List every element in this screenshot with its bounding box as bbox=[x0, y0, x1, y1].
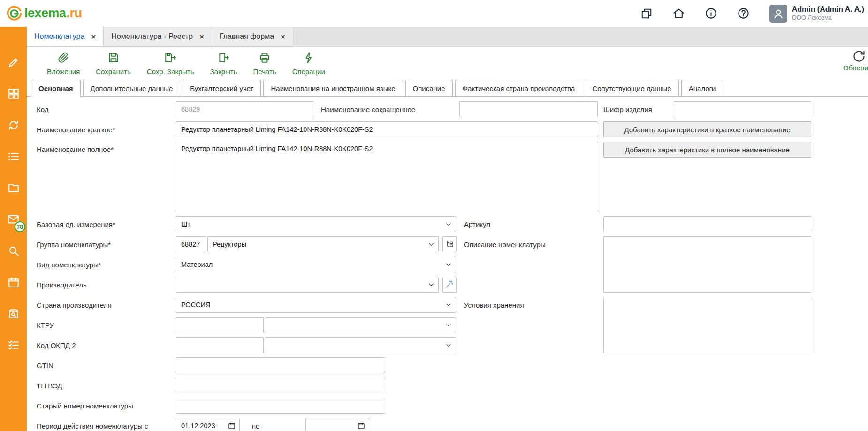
sync-icon[interactable] bbox=[0, 109, 27, 141]
period-to-date-input[interactable] bbox=[305, 418, 369, 431]
top-bar: lexema .ru bbox=[0, 0, 868, 27]
okpd2-code-input[interactable] bbox=[176, 337, 264, 353]
subtab-inostranye-naimenovaniya[interactable]: Наименования на иностранном языке bbox=[263, 80, 403, 97]
left-sidebar: 78 bbox=[0, 27, 27, 431]
base-unit-select[interactable]: Шт bbox=[176, 216, 456, 232]
kind-select[interactable]: Материал bbox=[176, 257, 456, 272]
kind-value: Материал bbox=[181, 261, 213, 268]
article-label: Артикул bbox=[464, 216, 490, 232]
tab-glavnaya-forma[interactable]: Главная форма × bbox=[212, 27, 293, 46]
user-org: ООО Лексема bbox=[792, 14, 864, 22]
attachments-button[interactable]: Вложения bbox=[39, 52, 88, 76]
form-subtabs: Основная Дополнительные данные Бухгалтер… bbox=[27, 80, 868, 97]
mail-icon[interactable]: 78 bbox=[0, 204, 27, 235]
country-select[interactable]: РОССИЯ bbox=[176, 297, 456, 313]
subtab-fakticheskaya-strana[interactable]: Фактическая страна производства bbox=[455, 80, 583, 97]
close-button[interactable]: Закрыть bbox=[202, 52, 245, 76]
full-name-textarea[interactable]: Редуктор планетарный Liming FA142-10N-R8… bbox=[176, 142, 598, 212]
save-close-label: Сохр. Закрыть bbox=[147, 68, 194, 76]
close-icon[interactable]: × bbox=[199, 33, 204, 41]
print-button[interactable]: Печать bbox=[245, 52, 284, 76]
period-from-label: Период действия номенклатуры с bbox=[37, 422, 176, 430]
nomenclature-form: Код Наименование краткое* Наименование п… bbox=[27, 97, 868, 427]
period-from-value: 01.12.2023 bbox=[181, 422, 215, 430]
subtab-osnovnaya[interactable]: Основная bbox=[31, 80, 81, 97]
close-label: Закрыть bbox=[210, 68, 237, 76]
short-alt-name-input[interactable] bbox=[459, 101, 598, 117]
group-code-input[interactable] bbox=[176, 236, 206, 252]
operations-button[interactable]: Операции bbox=[284, 52, 333, 76]
group-tree-button[interactable] bbox=[442, 236, 457, 252]
magic-wand-icon bbox=[445, 280, 454, 290]
user-menu[interactable]: Admin (Admin A. A.) ООО Лексема bbox=[769, 5, 864, 23]
close-icon[interactable]: × bbox=[91, 33, 96, 41]
save-close-button[interactable]: Сохр. Закрыть bbox=[139, 52, 202, 76]
subtab-soputstvuyushchie-dannye[interactable]: Сопутствующие данные bbox=[585, 80, 678, 97]
subtab-buhgalterskiy-uchet[interactable]: Бухгалтерский учет bbox=[183, 80, 261, 97]
calendar-icon bbox=[358, 422, 365, 430]
storage-label: Условия хранения bbox=[464, 297, 524, 313]
document-tabs: Номенклатура × Номенклатура - Реестр × Г… bbox=[27, 27, 868, 47]
cipher-input[interactable] bbox=[673, 101, 811, 117]
country-value: РОССИЯ bbox=[181, 301, 210, 309]
help-icon[interactable] bbox=[737, 7, 750, 20]
tab-label: Номенклатура bbox=[34, 32, 84, 41]
edit-icon[interactable] bbox=[0, 46, 27, 78]
operations-label: Операции bbox=[292, 68, 325, 76]
folder-icon[interactable] bbox=[0, 172, 27, 204]
group-value: Редукторы bbox=[213, 241, 246, 248]
period-to-label: по bbox=[252, 418, 305, 431]
manufacturer-wizard-button[interactable] bbox=[442, 277, 457, 293]
article-input[interactable] bbox=[603, 216, 811, 232]
code-input[interactable] bbox=[176, 101, 314, 117]
list-icon[interactable] bbox=[0, 141, 27, 172]
subtab-analogi[interactable]: Аналоги bbox=[681, 80, 723, 97]
form-row: Старый номер номенклатуры bbox=[37, 398, 868, 414]
app-window: lexema .ru bbox=[0, 0, 868, 431]
calendar-icon[interactable] bbox=[0, 266, 27, 298]
okpd2-select[interactable] bbox=[265, 337, 456, 353]
storage-textarea[interactable] bbox=[603, 297, 811, 353]
subtab-opisanie[interactable]: Описание bbox=[405, 80, 453, 97]
windows-icon[interactable] bbox=[640, 8, 653, 20]
lexema-logo[interactable]: lexema .ru bbox=[7, 6, 82, 22]
save-button[interactable]: Сохранить bbox=[88, 52, 139, 76]
chevron-down-icon bbox=[445, 261, 452, 268]
add-characteristics-full-button[interactable]: Добавить характеристики в полное наимено… bbox=[603, 142, 811, 158]
search-icon[interactable] bbox=[0, 235, 27, 266]
add-characteristics-short-button[interactable]: Добавить характеристики в краткое наимен… bbox=[603, 121, 811, 137]
logo-text: lexema bbox=[24, 6, 66, 21]
refresh-icon bbox=[853, 50, 866, 63]
save-label: Сохранить bbox=[96, 68, 131, 76]
manufacturer-select[interactable] bbox=[176, 277, 439, 293]
code-label: Код bbox=[37, 106, 176, 113]
close-icon[interactable]: × bbox=[281, 33, 285, 41]
tab-nomenklatura-reestr[interactable]: Номенклатура - Реестр × bbox=[104, 27, 212, 46]
info-icon[interactable] bbox=[705, 7, 717, 20]
gtin-input[interactable] bbox=[176, 357, 385, 373]
floppy-icon bbox=[107, 52, 120, 66]
subtab-dopolnitelnye-dannye[interactable]: Дополнительные данные bbox=[83, 80, 181, 97]
lightning-icon bbox=[303, 52, 315, 66]
modules-icon[interactable] bbox=[0, 78, 27, 109]
tab-nomenklatura[interactable]: Номенклатура × bbox=[27, 27, 104, 46]
short-name-label: Наименование краткое* bbox=[37, 126, 176, 134]
description-textarea[interactable] bbox=[603, 236, 811, 293]
full-name-label: Наименование полное* bbox=[37, 142, 176, 153]
base-unit-value: Шт bbox=[181, 220, 190, 228]
ktru-code-input[interactable] bbox=[176, 317, 264, 333]
home-icon[interactable] bbox=[672, 7, 685, 20]
group-select[interactable]: Редукторы bbox=[207, 236, 439, 252]
form-row: GTIN bbox=[37, 357, 868, 373]
tasks-icon[interactable] bbox=[0, 329, 27, 361]
audit-icon[interactable] bbox=[0, 298, 27, 329]
period-from-date-input[interactable]: 01.12.2023 bbox=[176, 418, 240, 431]
old-number-input[interactable] bbox=[176, 398, 385, 414]
tab-label: Номенклатура - Реестр bbox=[111, 32, 193, 41]
tnved-input[interactable] bbox=[176, 378, 385, 393]
group-label: Группа номенклатуры* bbox=[37, 241, 176, 249]
form-row: Период действия номенклатуры с 01.12.202… bbox=[37, 418, 868, 431]
refresh-button[interactable]: Обновить bbox=[831, 50, 868, 72]
ktru-select[interactable] bbox=[265, 317, 456, 333]
short-name-input[interactable] bbox=[176, 121, 598, 137]
